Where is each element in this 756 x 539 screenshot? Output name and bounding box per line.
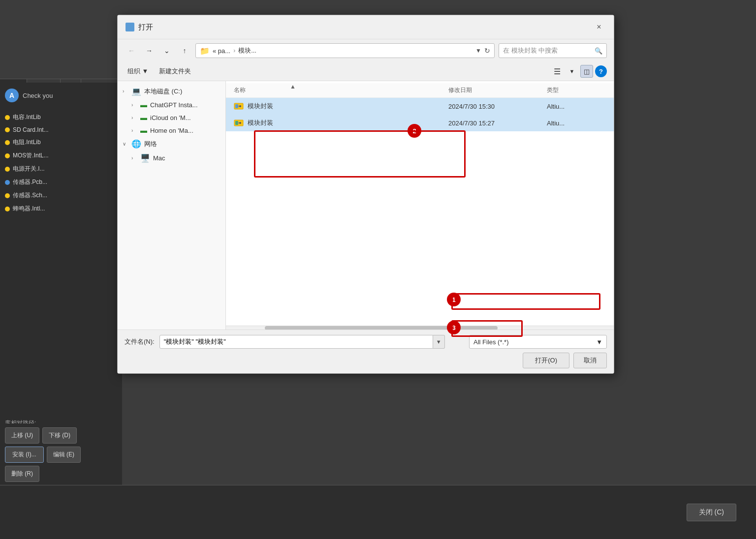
dialog-title: 打开	[126, 23, 153, 32]
sidebar: 工程 已安装 推 已安装的库 电容.IntLib SD Card.Int... …	[0, 79, 122, 423]
tree-panel: › 💻 本地磁盘 (C:) › ▬ ChatGPT Insta... › ▬ i…	[118, 81, 226, 329]
search-bar[interactable]: 在 模块封装 中搜索 🔍	[499, 43, 607, 58]
down-button[interactable]: 下移 (D)	[42, 427, 77, 444]
dialog-title-icon	[126, 23, 134, 31]
address-part1: « pa...	[213, 47, 230, 55]
file-icon-1	[234, 118, 244, 128]
drive-icon-0: 💻	[131, 87, 141, 96]
view-icons: ☰ ▼ ◫ ?	[551, 65, 607, 78]
lib-label-1: SD Card.Int...	[13, 126, 49, 133]
lib-label-6: 传感器.Sch...	[13, 191, 47, 200]
view-dropdown-button[interactable]: ▼	[566, 65, 578, 78]
tree-item-drive[interactable]: › 💻 本地磁盘 (C:)	[118, 84, 225, 98]
file-name-cell-0: 模块封装	[234, 101, 448, 111]
lib-item-5[interactable]: 传感器.Pcb...	[0, 176, 122, 189]
tree-label-1: ChatGPT Insta...	[150, 101, 198, 109]
drive-icon-3: ▬	[140, 126, 147, 134]
file-scrollbar-h[interactable]	[226, 326, 614, 329]
action-row: 打开(O) 取消	[125, 353, 607, 368]
lib-dot-6	[5, 193, 10, 198]
up-button[interactable]: 上移 (U)	[5, 427, 39, 444]
tree-chevron-5: ›	[131, 155, 137, 161]
tree-label-0: 本地磁盘 (C:)	[144, 87, 182, 96]
tree-label-3: Home on 'Ma...	[150, 127, 193, 134]
tree-item-home[interactable]: › ▬ Home on 'Ma...	[118, 124, 225, 137]
lib-dot-7	[5, 207, 10, 211]
address-part2: 模块...	[238, 46, 256, 55]
address-folder-icon: 📁	[200, 46, 210, 56]
filename-row: 文件名(N): ▼ All Files (*.*) ▼	[125, 335, 607, 349]
lib-dot-3	[5, 153, 10, 158]
cancel-button[interactable]: 取消	[573, 353, 607, 368]
forward-button[interactable]: →	[142, 44, 156, 58]
lib-item-0[interactable]: 电容.IntLib	[0, 111, 122, 124]
drive-icon-1: ▬	[140, 101, 147, 109]
col-header-type[interactable]: 类型	[547, 86, 606, 94]
tree-item-chatgpt[interactable]: › ▬ ChatGPT Insta...	[118, 98, 225, 111]
filename-input-wrapper: ▼	[159, 335, 445, 349]
address-separator: ›	[233, 47, 235, 54]
filename-dropdown-button[interactable]: ▼	[433, 335, 445, 349]
file-type-1: Altiu...	[547, 120, 606, 127]
tree-chevron-4: ∨	[123, 141, 128, 147]
lib-item-2[interactable]: 电阻.IntLib	[0, 136, 122, 149]
tree-label-2: iCloud on 'M...	[150, 114, 191, 121]
tree-label-4: 网络	[144, 140, 157, 149]
lib-item-1[interactable]: SD Card.Int...	[0, 124, 122, 136]
filename-input[interactable]	[159, 335, 433, 349]
badge-1: 1	[447, 293, 461, 306]
address-dropdown-button[interactable]: ▼	[475, 47, 481, 54]
file-type-0: Altiu...	[547, 103, 606, 110]
col-header-date[interactable]: 修改日期	[448, 86, 547, 94]
lib-item-4[interactable]: 电源开关.I...	[0, 162, 122, 176]
tree-item-icloud[interactable]: › ▬ iCloud on 'M...	[118, 111, 225, 124]
lib-item-6[interactable]: 传感器.Sch...	[0, 189, 122, 202]
address-bar[interactable]: 📁 « pa... › 模块... ▼ ↻	[195, 43, 495, 58]
tree-item-network[interactable]: ∨ 🌐 网络	[118, 137, 225, 151]
svg-rect-3	[237, 106, 239, 107]
address-refresh-button[interactable]: ↻	[484, 47, 490, 55]
file-list-header: 名称 修改日期 类型	[226, 83, 614, 98]
check-you-section: A Check you	[0, 83, 122, 108]
filetype-select[interactable]: All Files (*.*) ▼	[469, 335, 607, 349]
view-details-button[interactable]: ◫	[580, 65, 593, 78]
open-button[interactable]: 打开(O)	[523, 353, 569, 368]
dropdown-nav-button[interactable]: ⌄	[160, 44, 174, 58]
tree-chevron-3: ›	[131, 128, 137, 133]
tree-chevron-1: ›	[131, 102, 137, 108]
col-header-name[interactable]: 名称	[234, 86, 448, 94]
new-folder-button[interactable]: 新建文件夹	[156, 65, 194, 78]
file-name-0: 模块封装	[248, 102, 273, 111]
drive-icon-2: ▬	[140, 114, 147, 121]
file-date-1: 2024/7/30 15:27	[448, 120, 547, 127]
lib-dot-1	[5, 127, 10, 132]
edit-button[interactable]: 编辑 (E)	[47, 447, 81, 463]
delete-button[interactable]: 删除 (R)	[5, 466, 39, 482]
close-app-button[interactable]: 关闭 (C)	[687, 504, 736, 521]
lib-item-3[interactable]: MOS管.IntL...	[0, 149, 122, 162]
back-button[interactable]: ←	[125, 44, 138, 58]
search-icon: 🔍	[595, 47, 602, 55]
file-row-0[interactable]: 模块封装 2024/7/30 15:30 Altiu...	[226, 98, 614, 115]
lib-dot-4	[5, 167, 10, 172]
up-nav-button[interactable]: ↑	[178, 44, 191, 58]
network-icon: 🌐	[131, 139, 141, 149]
view-menu-button[interactable]: ☰	[551, 65, 564, 78]
search-placeholder: 在 模块封装 中搜索	[503, 46, 558, 55]
lib-dot-2	[5, 140, 10, 145]
badge-3: 3	[447, 321, 461, 334]
tree-item-mac[interactable]: › 🖥️ Mac	[118, 151, 225, 165]
svg-point-2	[239, 105, 241, 107]
install-button[interactable]: 安装 (I)...	[5, 447, 44, 463]
lib-item-7[interactable]: 蜂鸣器.Intl...	[0, 202, 122, 215]
close-dialog-button[interactable]: ×	[592, 20, 606, 34]
organize-button[interactable]: 组织 ▼	[125, 65, 151, 78]
dialog-content: › 💻 本地磁盘 (C:) › ▬ ChatGPT Insta... › ▬ i…	[118, 81, 614, 329]
lib-dot-5	[5, 180, 10, 185]
file-dialog: 打开 × ← → ⌄ ↑ 📁 « pa... › 模块... ▼ ↻ 在 模块封…	[117, 15, 614, 374]
lib-label-2: 电阻.IntLib	[13, 138, 41, 147]
help-button[interactable]: ?	[595, 65, 607, 77]
svg-rect-7	[237, 122, 239, 123]
file-scrollbar-h-thumb	[265, 326, 498, 329]
file-name-1: 模块封装	[248, 119, 273, 127]
